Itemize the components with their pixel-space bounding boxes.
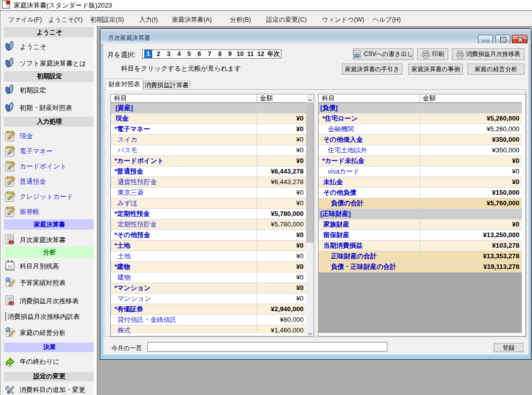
svg-text:12: 12: [8, 264, 12, 268]
